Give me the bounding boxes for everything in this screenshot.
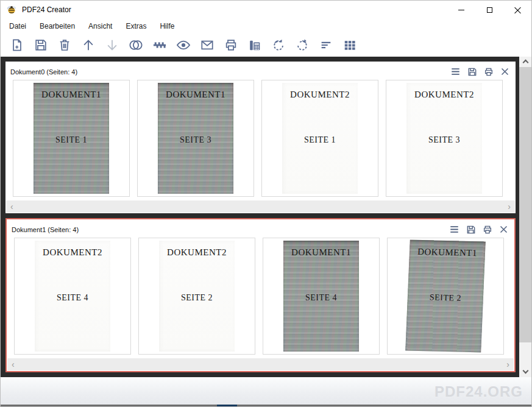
document-panel-0: Dokument0 (Seiten: 4) DOKUMENT1 SEITE 1: [5, 62, 516, 213]
pdf24-bee-icon: [6, 4, 17, 15]
email-button[interactable]: [195, 35, 219, 55]
panel-0-horizontal-scrollbar[interactable]: ‹ ›: [6, 200, 515, 213]
print-button[interactable]: [219, 35, 243, 55]
page-card[interactable]: DOKUMENT1 SEITE 1: [13, 80, 130, 197]
fax-button[interactable]: [243, 35, 266, 55]
page-card[interactable]: DOKUMENT2 SEITE 3: [386, 80, 503, 197]
rotate-left-icon: [272, 38, 285, 52]
close-button[interactable]: [503, 1, 531, 19]
menu-hilfe[interactable]: Hilfe: [153, 20, 181, 32]
panel-menu-icon[interactable]: [449, 225, 459, 234]
save-icon: [34, 38, 48, 52]
panel-1-pages: DOKUMENT2 SEITE 4 DOKUMENT2 SEITE 2 DOKU…: [7, 236, 514, 358]
menu-ansicht[interactable]: Ansicht: [82, 20, 119, 32]
page-thumbnail: DOKUMENT2 SEITE 1: [282, 83, 358, 194]
list-view-button[interactable]: [314, 35, 338, 55]
scroll-up-icon[interactable]: [523, 59, 528, 64]
panel-1-title: Dokument1 (Seiten: 4): [12, 226, 79, 233]
scroll-left-icon[interactable]: ‹: [10, 202, 13, 211]
zipper-merge-button[interactable]: [147, 35, 171, 55]
page-card[interactable]: DOKUMENT2 SEITE 2: [138, 238, 255, 355]
panel-close-icon[interactable]: [500, 67, 509, 76]
new-document-button[interactable]: [5, 35, 29, 55]
minimize-icon: [458, 10, 464, 10]
page-card[interactable]: DOKUMENT1 SEITE 4: [263, 238, 380, 355]
vertical-scrollbar[interactable]: [519, 57, 531, 377]
printer-icon: [224, 38, 238, 52]
vertical-scrollbar-thumb[interactable]: [519, 67, 531, 342]
interleave-button[interactable]: [124, 35, 147, 55]
panel-1-actions: [449, 225, 508, 235]
scroll-left-icon[interactable]: ‹: [12, 360, 15, 369]
panel-menu-icon[interactable]: [450, 67, 461, 76]
document-panel-1: Dokument1 (Seiten: 4) DOKUMENT2 SEITE 4: [5, 218, 516, 372]
bottom-accent-segment: [217, 405, 237, 406]
panel-save-icon[interactable]: [466, 225, 476, 235]
page-num-label: SEITE 1: [282, 135, 358, 145]
footer: PDF24.ORG: [1, 377, 532, 406]
minimize-button[interactable]: [447, 1, 475, 19]
document-workspace: Dokument0 (Seiten: 4) DOKUMENT1 SEITE 1: [1, 57, 520, 377]
pdf24-watermark: PDF24.ORG: [434, 383, 523, 400]
page-card[interactable]: DOKUMENT1 SEITE 3: [137, 80, 254, 197]
maximize-button[interactable]: [475, 1, 503, 19]
grid-view-icon: [343, 38, 356, 52]
panel-0-title: Dokument0 (Seiten: 4): [10, 68, 77, 76]
page-doc-label: DOKUMENT1: [410, 247, 486, 259]
page-thumbnail: DOKUMENT2 SEITE 4: [35, 241, 110, 352]
panel-save-icon[interactable]: [467, 67, 477, 77]
page-doc-label: DOKUMENT2: [282, 90, 358, 100]
page-num-label: SEITE 2: [159, 293, 235, 303]
page-num-label: SEITE 2: [408, 292, 484, 303]
menu-bearbeiten[interactable]: Bearbeiten: [33, 20, 82, 32]
fax-icon: [248, 38, 261, 52]
trash-icon: [58, 38, 71, 52]
page-doc-label: DOKUMENT2: [406, 90, 482, 100]
panel-print-icon[interactable]: [483, 225, 492, 235]
menu-datei[interactable]: Datei: [2, 20, 33, 32]
scroll-down-icon[interactable]: [523, 369, 528, 373]
rotate-left-button[interactable]: [266, 35, 290, 55]
page-card[interactable]: DOKUMENT2 SEITE 4: [14, 238, 131, 355]
page-doc-label: DOKUMENT2: [35, 247, 110, 258]
page-num-label: SEITE 1: [34, 135, 109, 145]
page-num-label: SEITE 4: [283, 293, 359, 303]
page-card[interactable]: DOKUMENT1 SEITE 2: [387, 238, 504, 355]
menu-extras[interactable]: Extras: [119, 20, 153, 32]
save-button[interactable]: [29, 35, 52, 55]
panel-close-icon[interactable]: [499, 225, 508, 234]
list-view-icon: [319, 38, 333, 52]
delete-button[interactable]: [52, 35, 76, 55]
eye-icon: [176, 38, 191, 52]
new-document-icon: [10, 38, 24, 52]
scroll-right-icon[interactable]: ›: [508, 202, 511, 211]
page-thumbnail: DOKUMENT1 SEITE 3: [158, 83, 233, 194]
interleave-rings-icon: [129, 38, 143, 52]
title-bar: PDF24 Creator: [1, 1, 531, 19]
scroll-right-icon[interactable]: ›: [506, 360, 509, 369]
close-icon: [514, 7, 521, 13]
page-thumbnail: DOKUMENT1 SEITE 1: [34, 83, 109, 194]
rotate-right-button[interactable]: [290, 35, 314, 55]
page-thumbnail: DOKUMENT1 SEITE 4: [283, 241, 359, 352]
preview-button[interactable]: [171, 35, 195, 55]
page-card[interactable]: DOKUMENT2 SEITE 1: [261, 80, 378, 197]
page-doc-label: DOKUMENT2: [159, 247, 235, 258]
page-num-label: SEITE 3: [406, 135, 482, 145]
zipper-merge-icon: [152, 38, 167, 52]
page-doc-label: DOKUMENT1: [34, 90, 109, 100]
arrow-up-icon: [82, 38, 95, 52]
move-up-button[interactable]: [76, 35, 100, 55]
envelope-icon: [200, 38, 214, 52]
grid-view-button[interactable]: [338, 35, 361, 55]
panel-print-icon[interactable]: [484, 67, 494, 77]
page-thumbnail: DOKUMENT2 SEITE 3: [406, 83, 482, 194]
move-down-button[interactable]: [100, 35, 124, 55]
panel-1-horizontal-scrollbar[interactable]: ‹ ›: [7, 358, 514, 370]
page-doc-label: DOKUMENT1: [283, 247, 359, 258]
app-window: PDF24 Creator Datei Bearbeiten Ansicht E…: [0, 0, 532, 407]
page-thumbnail: DOKUMENT2 SEITE 2: [159, 241, 235, 352]
page-doc-label: DOKUMENT1: [158, 90, 233, 100]
panel-0-actions: [450, 67, 509, 77]
panel-1-header: Dokument1 (Seiten: 4): [7, 219, 514, 236]
